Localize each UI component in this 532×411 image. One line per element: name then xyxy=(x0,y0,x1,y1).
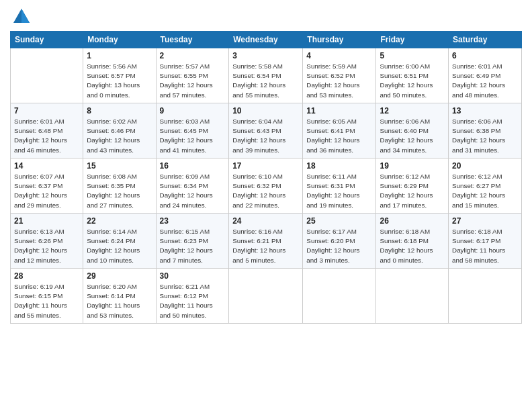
week-row-5: 28Sunrise: 6:19 AMSunset: 6:15 PMDayligh… xyxy=(11,269,522,324)
day-info: Sunrise: 6:17 AMSunset: 6:20 PMDaylight:… xyxy=(306,227,372,265)
day-info: Sunrise: 6:12 AMSunset: 6:29 PMDaylight:… xyxy=(380,172,445,210)
day-number: 3 xyxy=(232,51,299,60)
day-number: 1 xyxy=(87,51,152,60)
calendar-cell: 11Sunrise: 6:05 AMSunset: 6:41 PMDayligh… xyxy=(303,103,376,158)
day-number: 7 xyxy=(14,106,79,116)
weekday-header-monday: Monday xyxy=(83,32,156,48)
calendar-cell: 3Sunrise: 5:58 AMSunset: 6:54 PMDaylight… xyxy=(229,48,303,103)
weekday-header-sunday: Sunday xyxy=(11,32,83,48)
weekday-header-thursday: Thursday xyxy=(303,32,376,48)
day-info: Sunrise: 6:08 AMSunset: 6:35 PMDaylight:… xyxy=(87,172,152,210)
calendar-cell: 14Sunrise: 6:07 AMSunset: 6:37 PMDayligh… xyxy=(11,158,83,214)
day-number: 12 xyxy=(380,106,445,116)
day-number: 2 xyxy=(160,51,226,60)
weekday-header-saturday: Saturday xyxy=(449,32,522,48)
day-info: Sunrise: 6:00 AMSunset: 6:51 PMDaylight:… xyxy=(380,62,445,100)
day-number: 22 xyxy=(87,216,152,226)
day-number: 28 xyxy=(14,271,79,281)
calendar-cell: 30Sunrise: 6:21 AMSunset: 6:12 PMDayligh… xyxy=(156,269,229,324)
day-number: 15 xyxy=(87,161,152,171)
day-number: 19 xyxy=(380,161,445,171)
svg-marker-1 xyxy=(21,9,30,23)
day-info: Sunrise: 6:04 AMSunset: 6:43 PMDaylight:… xyxy=(232,117,299,155)
weekday-header-tuesday: Tuesday xyxy=(156,32,229,48)
day-number: 14 xyxy=(14,161,79,171)
day-info: Sunrise: 6:18 AMSunset: 6:17 PMDaylight:… xyxy=(452,227,518,265)
day-number: 23 xyxy=(160,216,226,226)
day-number: 26 xyxy=(380,216,445,226)
page: SundayMondayTuesdayWednesdayThursdayFrid… xyxy=(0,0,532,411)
day-info: Sunrise: 6:11 AMSunset: 6:31 PMDaylight:… xyxy=(306,172,372,210)
day-number: 13 xyxy=(452,106,518,116)
calendar-cell: 8Sunrise: 6:02 AMSunset: 6:46 PMDaylight… xyxy=(83,103,156,158)
day-number: 24 xyxy=(232,216,299,226)
calendar-cell xyxy=(229,269,303,324)
week-row-3: 14Sunrise: 6:07 AMSunset: 6:37 PMDayligh… xyxy=(11,158,522,214)
logo xyxy=(10,7,32,27)
calendar-cell: 21Sunrise: 6:13 AMSunset: 6:26 PMDayligh… xyxy=(11,214,83,269)
day-info: Sunrise: 6:15 AMSunset: 6:23 PMDaylight:… xyxy=(160,227,226,265)
day-info: Sunrise: 5:58 AMSunset: 6:54 PMDaylight:… xyxy=(232,62,299,100)
day-info: Sunrise: 6:13 AMSunset: 6:26 PMDaylight:… xyxy=(14,227,79,265)
calendar-cell xyxy=(11,48,83,103)
week-row-4: 21Sunrise: 6:13 AMSunset: 6:26 PMDayligh… xyxy=(11,214,522,269)
day-number: 20 xyxy=(452,161,518,171)
calendar-cell: 27Sunrise: 6:18 AMSunset: 6:17 PMDayligh… xyxy=(449,214,522,269)
calendar-cell: 15Sunrise: 6:08 AMSunset: 6:35 PMDayligh… xyxy=(83,158,156,214)
day-info: Sunrise: 6:07 AMSunset: 6:37 PMDaylight:… xyxy=(14,172,79,210)
day-info: Sunrise: 6:18 AMSunset: 6:18 PMDaylight:… xyxy=(380,227,445,265)
day-info: Sunrise: 6:02 AMSunset: 6:46 PMDaylight:… xyxy=(87,117,152,155)
calendar-cell xyxy=(303,269,376,324)
day-number: 9 xyxy=(160,106,226,116)
day-info: Sunrise: 6:09 AMSunset: 6:34 PMDaylight:… xyxy=(160,172,226,210)
weekday-header-wednesday: Wednesday xyxy=(229,32,303,48)
calendar-cell: 25Sunrise: 6:17 AMSunset: 6:20 PMDayligh… xyxy=(303,214,376,269)
day-info: Sunrise: 6:03 AMSunset: 6:45 PMDaylight:… xyxy=(160,117,226,155)
calendar-cell: 4Sunrise: 5:59 AMSunset: 6:52 PMDaylight… xyxy=(303,48,376,103)
calendar-cell: 1Sunrise: 5:56 AMSunset: 6:57 PMDaylight… xyxy=(83,48,156,103)
day-info: Sunrise: 6:06 AMSunset: 6:38 PMDaylight:… xyxy=(452,117,518,155)
calendar-table: SundayMondayTuesdayWednesdayThursdayFrid… xyxy=(10,31,522,324)
calendar-cell: 9Sunrise: 6:03 AMSunset: 6:45 PMDaylight… xyxy=(156,103,229,158)
day-info: Sunrise: 6:20 AMSunset: 6:14 PMDaylight:… xyxy=(87,282,152,320)
day-number: 30 xyxy=(160,271,226,281)
calendar-cell: 26Sunrise: 6:18 AMSunset: 6:18 PMDayligh… xyxy=(376,214,449,269)
day-info: Sunrise: 5:59 AMSunset: 6:52 PMDaylight:… xyxy=(306,62,372,100)
day-number: 4 xyxy=(306,51,372,60)
calendar-cell: 18Sunrise: 6:11 AMSunset: 6:31 PMDayligh… xyxy=(303,158,376,214)
day-info: Sunrise: 5:56 AMSunset: 6:57 PMDaylight:… xyxy=(87,62,152,100)
calendar-cell xyxy=(376,269,449,324)
calendar-cell: 10Sunrise: 6:04 AMSunset: 6:43 PMDayligh… xyxy=(229,103,303,158)
day-number: 21 xyxy=(14,216,79,226)
calendar-cell: 29Sunrise: 6:20 AMSunset: 6:14 PMDayligh… xyxy=(83,269,156,324)
day-number: 8 xyxy=(87,106,152,116)
calendar-cell: 5Sunrise: 6:00 AMSunset: 6:51 PMDaylight… xyxy=(376,48,449,103)
day-info: Sunrise: 6:21 AMSunset: 6:12 PMDaylight:… xyxy=(160,282,226,320)
day-info: Sunrise: 6:14 AMSunset: 6:24 PMDaylight:… xyxy=(87,227,152,265)
day-number: 16 xyxy=(160,161,226,171)
day-number: 10 xyxy=(232,106,299,116)
day-info: Sunrise: 6:12 AMSunset: 6:27 PMDaylight:… xyxy=(452,172,518,210)
calendar-cell: 19Sunrise: 6:12 AMSunset: 6:29 PMDayligh… xyxy=(376,158,449,214)
calendar-cell: 13Sunrise: 6:06 AMSunset: 6:38 PMDayligh… xyxy=(449,103,522,158)
day-info: Sunrise: 6:19 AMSunset: 6:15 PMDaylight:… xyxy=(14,282,79,320)
weekday-header-friday: Friday xyxy=(376,32,449,48)
day-number: 29 xyxy=(87,271,152,281)
day-number: 18 xyxy=(306,161,372,171)
calendar-cell: 24Sunrise: 6:16 AMSunset: 6:21 PMDayligh… xyxy=(229,214,303,269)
calendar-cell: 23Sunrise: 6:15 AMSunset: 6:23 PMDayligh… xyxy=(156,214,229,269)
week-row-2: 7Sunrise: 6:01 AMSunset: 6:48 PMDaylight… xyxy=(11,103,522,158)
calendar-cell: 7Sunrise: 6:01 AMSunset: 6:48 PMDaylight… xyxy=(11,103,83,158)
day-info: Sunrise: 6:01 AMSunset: 6:48 PMDaylight:… xyxy=(14,117,79,155)
day-number: 27 xyxy=(452,216,518,226)
calendar-cell: 16Sunrise: 6:09 AMSunset: 6:34 PMDayligh… xyxy=(156,158,229,214)
day-number: 5 xyxy=(380,51,445,60)
day-number: 11 xyxy=(306,106,372,116)
day-number: 17 xyxy=(232,161,299,171)
calendar-cell: 17Sunrise: 6:10 AMSunset: 6:32 PMDayligh… xyxy=(229,158,303,214)
calendar-cell xyxy=(449,269,522,324)
day-info: Sunrise: 6:16 AMSunset: 6:21 PMDaylight:… xyxy=(232,227,299,265)
day-number: 25 xyxy=(306,216,372,226)
weekday-header-row: SundayMondayTuesdayWednesdayThursdayFrid… xyxy=(11,32,522,48)
day-info: Sunrise: 5:57 AMSunset: 6:55 PMDaylight:… xyxy=(160,62,226,100)
